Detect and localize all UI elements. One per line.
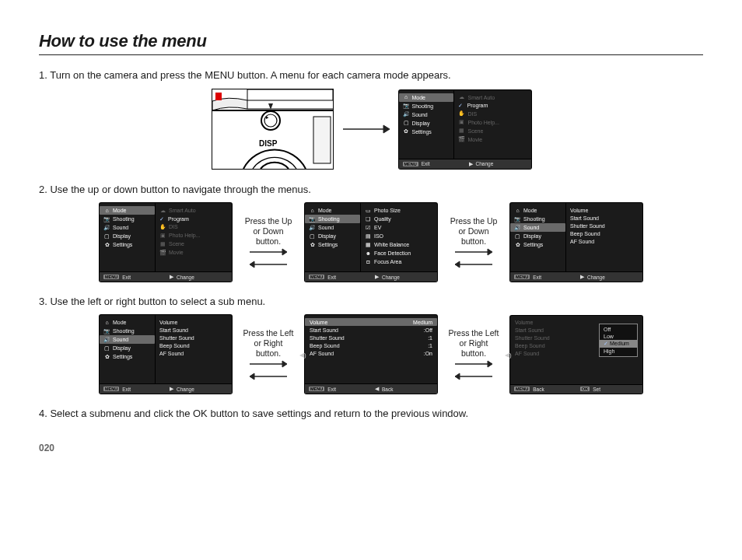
menu-item-mode[interactable]: ⌂Mode <box>100 206 155 215</box>
check-icon: ✓ <box>458 103 463 108</box>
row-volume[interactable]: VolumeMedium <box>305 318 437 326</box>
caption-updown: Press the Up or Down button. <box>241 216 296 247</box>
menu-badge-icon: MENU <box>403 162 418 166</box>
menu-item-shooting[interactable]: 📷Shooting <box>399 102 454 110</box>
menu-item-mode[interactable]: ⌂Mode <box>305 206 360 215</box>
footer-set[interactable]: Set <box>593 387 600 392</box>
menu-item-display[interactable]: ▢Display <box>100 232 155 240</box>
step-4-text: 4. Select a submenu and click the OK but… <box>39 408 703 419</box>
submenu-dis: ✋DIS <box>454 110 530 118</box>
right-tri-icon: ▶ <box>469 161 473 167</box>
option-high[interactable]: High <box>600 348 637 355</box>
photo-size-icon: ▭ <box>365 208 372 214</box>
submenu-beep-sound: Beep Sound <box>566 229 642 237</box>
footer-back[interactable]: Back <box>382 387 393 392</box>
menu-item-settings[interactable]: ✿Settings <box>305 240 360 249</box>
svg-marker-9 <box>282 249 287 255</box>
submenu-shutter-sound: Shutter Sound <box>566 222 642 229</box>
menu-item-sound[interactable]: 🔊Sound <box>305 223 360 232</box>
arrow-right-icon <box>455 248 492 256</box>
arrow-left-icon <box>455 373 492 380</box>
menu-screen-sound-2: ⌂Mode 📷Shooting 🔊Sound ▢Display ✿Setting… <box>100 315 232 394</box>
svg-marker-11 <box>250 261 254 268</box>
submenu-volume: Volume <box>566 206 642 214</box>
menu-item-display[interactable]: ▢Display <box>510 232 565 240</box>
row-3: ⌂Mode 📷Shooting 🔊Sound ▢Display ✿Setting… <box>39 315 703 394</box>
ev-icon: ☑ <box>365 225 372 231</box>
row-af-sound[interactable]: AF Sound:On <box>305 349 437 357</box>
title-underline <box>39 54 703 55</box>
option-low[interactable]: Low <box>600 333 637 340</box>
step-1-text: 1. Turn on the camera and press the MENU… <box>39 69 703 81</box>
camera-illustration: ▸ DISP <box>212 89 334 170</box>
svg-marker-21 <box>488 361 492 367</box>
arrow-right-icon <box>343 124 390 135</box>
arrow-right-icon <box>250 248 287 256</box>
step-2-text: 2. Use the up or down button to navigate… <box>39 184 703 195</box>
camera-icon: 📷 <box>403 103 410 109</box>
menu-item-mode[interactable]: ⌂Mode <box>510 206 565 215</box>
menu-item-display[interactable]: ▢Display <box>399 119 454 128</box>
svg-rect-5 <box>313 117 331 163</box>
row-start-sound[interactable]: Start Sound:Off <box>305 326 437 334</box>
menu-item-shooting[interactable]: 📷Shooting <box>100 215 155 223</box>
submenu-smart-auto: ☁Smart Auto <box>454 93 530 102</box>
svg-marker-19 <box>250 373 254 380</box>
menu-item-settings[interactable]: ✿Settings <box>100 240 155 249</box>
arrow-left-icon <box>250 373 287 380</box>
arrow-right-icon <box>250 360 287 368</box>
menu-item-settings[interactable]: ✿Settings <box>510 240 565 249</box>
menu-screen-mode-2: ⌂Mode 📷Shooting 🔊Sound ▢Display ✿Setting… <box>100 203 232 282</box>
menu-item-display[interactable]: ▢Display <box>305 232 360 240</box>
svg-marker-17 <box>282 361 287 367</box>
svg-marker-7 <box>383 125 390 133</box>
sound-icon: 🔊 <box>403 111 410 117</box>
svg-marker-23 <box>455 373 460 380</box>
menu-item-sound[interactable]: 🔊Sound <box>510 223 565 232</box>
iso-icon: ▤ <box>365 233 372 240</box>
caption-updown: Press the Up or Down button. <box>446 216 501 247</box>
menu-screen-sound-values: ◀) VolumeMedium Start Sound:Off Shutter … <box>305 315 437 394</box>
menu-screen-sound: ⌂Mode 📷Shooting 🔊Sound ▢Display ✿Setting… <box>510 203 642 282</box>
menu-screen-mode: ⌂Mode 📷Shooting 🔊Sound ▢Display ✿Setting… <box>399 90 531 169</box>
footer-change[interactable]: Change <box>476 161 494 166</box>
face-icon: ☻ <box>365 250 372 257</box>
caption-leftright: Press the Left or Right button. <box>446 328 501 359</box>
red-tab-icon <box>215 93 222 100</box>
svg-text:▸: ▸ <box>266 114 269 120</box>
footer-back[interactable]: Back <box>533 387 544 392</box>
mode-icon: ⌂ <box>403 94 410 100</box>
camera-svg: ▸ DISP <box>212 89 333 169</box>
menu-item-shooting[interactable]: 📷Shooting <box>305 215 360 223</box>
speaker-icon: ◀) <box>299 351 306 358</box>
focus-icon: ◘ <box>365 259 372 265</box>
arrow-left-icon <box>250 261 287 268</box>
menu-screen-volume-popup: ◀) Volume Start Sound Shutter Sound Beep… <box>510 316 642 394</box>
display-icon: ▢ <box>403 120 410 126</box>
submenu-photo-help: ▣Photo Help... <box>454 118 530 127</box>
footer-exit[interactable]: Exit <box>327 387 336 392</box>
volume-popup: Off Low ✓Medium High <box>599 324 638 357</box>
menu-screen-shooting: ⌂Mode 📷Shooting 🔊Sound ▢Display ✿Setting… <box>305 203 437 282</box>
menu-item-settings[interactable]: ✿Settings <box>399 128 454 136</box>
arrow-right-icon <box>455 360 492 368</box>
wb-icon: ▦ <box>365 242 372 248</box>
svg-text:DISP: DISP <box>259 139 278 148</box>
row-2: ⌂Mode 📷Shooting 🔊Sound ▢Display ✿Setting… <box>39 203 703 282</box>
page-number: 020 <box>39 443 703 453</box>
svg-marker-15 <box>455 261 460 268</box>
ok-badge-icon: OK <box>580 387 590 391</box>
menu-item-sound[interactable]: 🔊Sound <box>399 110 454 119</box>
footer-exit[interactable]: Exit <box>422 161 430 166</box>
row-shutter-sound[interactable]: Shutter Sound:1 <box>305 334 437 341</box>
row-beep-sound[interactable]: Beep Sound:1 <box>305 341 437 349</box>
menu-item-mode[interactable]: ⌂Mode <box>399 93 454 102</box>
option-off[interactable]: Off <box>600 326 637 333</box>
menu-item-shooting[interactable]: 📷Shooting <box>510 215 565 223</box>
option-medium[interactable]: ✓Medium <box>600 340 637 348</box>
svg-marker-13 <box>488 249 492 255</box>
arrow-left-icon <box>455 261 492 268</box>
gear-icon: ✿ <box>403 128 410 135</box>
menu-item-sound[interactable]: 🔊Sound <box>100 223 155 232</box>
caption-leftright: Press the Left or Right button. <box>241 328 296 359</box>
